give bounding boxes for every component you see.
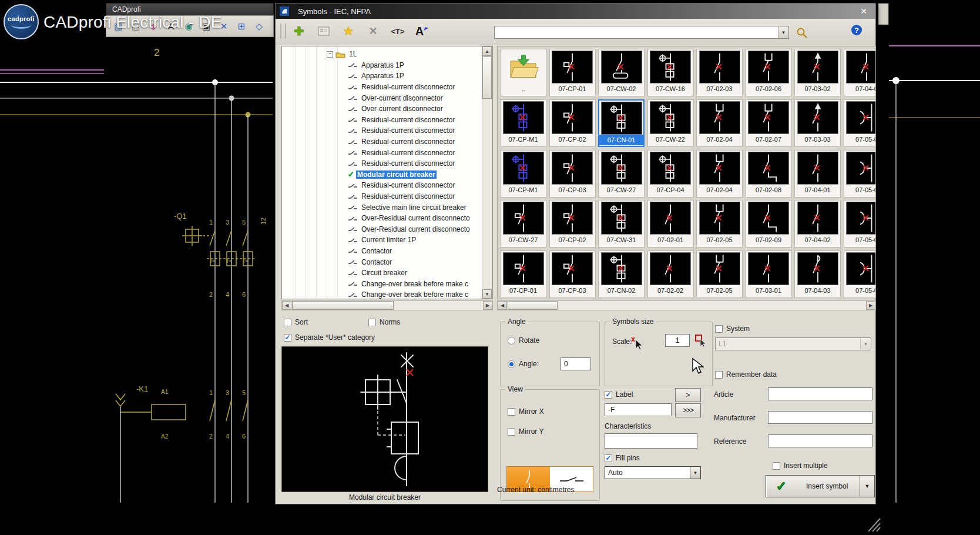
search-combobox[interactable]: ▼ xyxy=(494,26,789,39)
window-resize-grip[interactable] xyxy=(866,516,881,535)
tree-item[interactable]: Selective main line circuit breaker xyxy=(282,202,482,213)
symbol-cell[interactable]: 07-CP-01 xyxy=(549,49,596,96)
tree-item[interactable]: Residual-current disconnector xyxy=(282,158,482,169)
delete-button[interactable]: ✕ xyxy=(363,22,384,40)
tree-item[interactable]: Circuit breaker xyxy=(282,268,482,279)
symbol-cell[interactable]: 07-05-0 xyxy=(844,99,877,147)
symbol-cell[interactable]: 07-04-02 xyxy=(794,200,841,248)
symbol-cell[interactable]: 07-02-04 xyxy=(696,99,743,147)
grid-hscroll-thumb[interactable] xyxy=(508,301,558,310)
insert-multiple-checkbox[interactable]: Insert multiple xyxy=(773,462,828,470)
symbol-cell[interactable]: 07-05-0 xyxy=(844,200,877,248)
expand-all-labels-button[interactable]: >>> xyxy=(675,403,701,417)
symbol-cell[interactable]: 07-CP-M1 xyxy=(500,150,546,198)
insert-symbol-button[interactable]: ✓ Insert symbol ▼ xyxy=(766,475,875,497)
category-tree[interactable]: −1LApparatus 1PApparatus 1PResidual-curr… xyxy=(281,46,493,299)
scroll-left-icon[interactable]: ◀ xyxy=(282,301,291,310)
symbol-cell[interactable]: 07-02-07 xyxy=(746,99,792,147)
tree-item[interactable]: Residual-current disconnector xyxy=(282,125,482,136)
scroll-left-icon[interactable]: ◀ xyxy=(498,301,507,310)
tree-item[interactable]: Apparatus 1P xyxy=(282,60,482,71)
pick-scale-button[interactable] xyxy=(694,334,707,347)
tree-item[interactable]: Change-over break before make c xyxy=(282,289,482,299)
tree-folder-row[interactable]: −1L xyxy=(282,49,482,60)
angle-radio[interactable]: Angle: xyxy=(508,360,539,368)
manufacturer-input[interactable] xyxy=(768,411,872,424)
expand-label-button[interactable]: > xyxy=(675,388,701,402)
grid-horizontal-scrollbar[interactable]: ◀ ▶ xyxy=(497,300,876,310)
tree-item[interactable]: Residual-current disconnector xyxy=(282,82,482,93)
fill-pins-checkbox[interactable]: ✓ Fill pins xyxy=(605,454,640,462)
symbol-cell[interactable]: 07-03-01 xyxy=(746,250,792,298)
system-combobox[interactable]: L1 ▼ xyxy=(715,337,871,350)
system-checkbox[interactable]: System xyxy=(715,325,750,333)
tree-item[interactable]: Residual-current disconnector xyxy=(282,136,482,148)
search-dropdown-arrow[interactable]: ▼ xyxy=(778,26,788,38)
symbol-cell[interactable]: 07-05-0 xyxy=(844,250,877,298)
symbol-cell[interactable]: 07-02-04 xyxy=(696,150,743,198)
fill-pins-dropdown-arrow[interactable]: ▼ xyxy=(690,467,700,479)
reference-input[interactable] xyxy=(768,434,872,447)
scroll-right-icon[interactable]: ▶ xyxy=(866,301,875,310)
symbol-cell[interactable]: 07-02-05 xyxy=(696,250,743,298)
symbol-cell[interactable]: 07-02-05 xyxy=(696,200,743,248)
symbol-cell-selected[interactable]: 07-CN-01 xyxy=(598,99,645,147)
symbol-cell[interactable]: 07-04-01 xyxy=(794,150,841,198)
table-icon[interactable]: ⊞ xyxy=(234,19,249,34)
symbol-cell[interactable]: 07-CP-M1 xyxy=(500,99,546,147)
tree-item[interactable]: Apparatus 1P xyxy=(282,71,482,82)
tree-item-selected[interactable]: ✓Modular circuit breaker xyxy=(282,169,482,180)
angle-input[interactable] xyxy=(561,357,591,370)
tree-item[interactable]: Residual-current disconnector xyxy=(282,191,482,202)
symbol-cell[interactable]: 07-02-01 xyxy=(647,200,694,248)
separate-user-checkbox[interactable]: ✓ Separate *User* category xyxy=(284,333,375,342)
rename-button[interactable]: A xyxy=(412,22,433,40)
symbol-cell[interactable]: 07-02-03 xyxy=(696,49,743,96)
symbol-cell[interactable]: 07-CP-04 xyxy=(647,150,694,198)
insert-options-arrow[interactable]: ▼ xyxy=(860,476,874,497)
characteristics-input[interactable] xyxy=(605,433,697,449)
tree-item[interactable]: Residual-current disconnector xyxy=(282,115,482,126)
close-icon[interactable]: ✕ xyxy=(858,6,870,16)
tree-item[interactable]: Contactor xyxy=(282,256,482,268)
details-view-button[interactable] xyxy=(313,22,334,40)
symbol-cell[interactable]: 07-CP-03 xyxy=(549,250,596,298)
tree-item[interactable]: Over-Residual current disconnecto xyxy=(282,213,482,224)
scroll-right-icon[interactable]: ▶ xyxy=(483,301,492,310)
tree-item[interactable]: Over-current disconnector xyxy=(282,92,482,103)
tree-item[interactable]: Contactor xyxy=(282,246,482,257)
toolbar-grip[interactable] xyxy=(280,24,286,39)
symbol-cell[interactable]: 07-05-0 xyxy=(844,150,877,198)
fill-pins-mode-combobox[interactable]: Auto ▼ xyxy=(605,466,701,479)
label-checkbox[interactable]: ✓ Label xyxy=(605,390,633,399)
symbol-cell[interactable]: 07-CP-02 xyxy=(549,99,596,147)
symbol-cell[interactable]: 07-CP-02 xyxy=(549,200,596,248)
symbol-cell[interactable]: 07-03-02 xyxy=(794,49,841,96)
symbol-cell[interactable]: 07-03-03 xyxy=(794,99,841,147)
cad-drawing-area[interactable]: 2-Q112I>I>I>135246-K1A1A2135246 xyxy=(0,0,275,535)
symbol-cell[interactable]: 07-CW-27 xyxy=(500,200,546,248)
norms-checkbox[interactable]: Norms xyxy=(368,318,400,326)
add-symbol-button[interactable]: ✚ xyxy=(288,22,310,40)
tree-item[interactable]: Current limiter 1P xyxy=(282,235,482,246)
tree-scroll-thumb[interactable] xyxy=(482,56,492,99)
tree-item[interactable]: Over-current disconnector xyxy=(282,103,482,115)
remember-data-checkbox[interactable]: Remember data xyxy=(715,370,777,379)
symbol-cell[interactable]: 07-CW-22 xyxy=(647,99,694,147)
label-prefix-input[interactable] xyxy=(605,403,672,416)
tree-vertical-scrollbar[interactable]: ▲ ▼ xyxy=(482,46,492,299)
scale-input[interactable] xyxy=(665,334,690,347)
search-button[interactable] xyxy=(796,27,808,41)
cad-drawing-right[interactable] xyxy=(876,0,980,535)
symbol-cell[interactable]: 07-CP-03 xyxy=(549,150,596,198)
symbol-cell[interactable]: 07-CW-02 xyxy=(598,49,645,96)
symbol-cell[interactable]: 07-CN-02 xyxy=(598,250,645,298)
symbol-grid[interactable]: ..07-CP-0107-CW-0207-CW-1607-02-0307-02-… xyxy=(497,46,876,299)
favorites-button[interactable]: ★ xyxy=(338,22,359,40)
parent-folder-cell[interactable]: .. xyxy=(500,49,546,96)
symbol-cell[interactable]: 07-04-0 xyxy=(844,49,877,96)
article-input[interactable] xyxy=(768,387,872,400)
symbol-cell[interactable]: 07-02-06 xyxy=(746,49,792,96)
tree-hscroll-thumb[interactable] xyxy=(292,301,394,310)
help-button[interactable]: ? xyxy=(851,25,862,35)
